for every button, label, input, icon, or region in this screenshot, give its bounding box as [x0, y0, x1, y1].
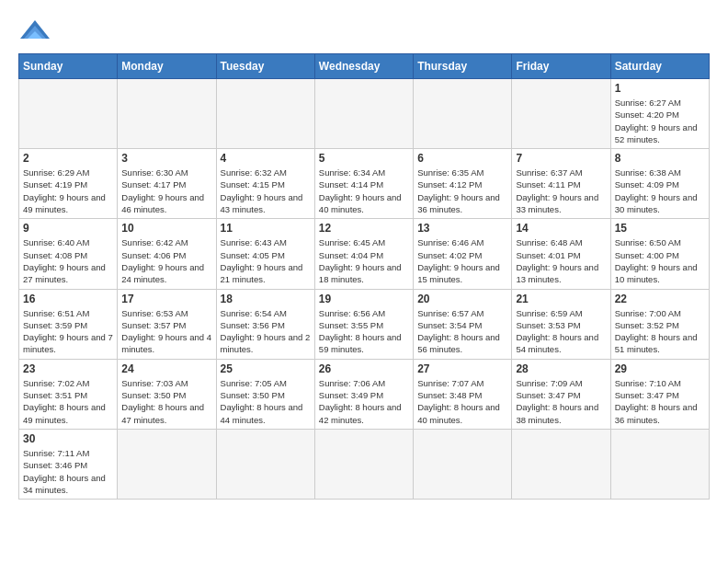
- calendar-cell: 5Sunrise: 6:34 AM Sunset: 4:14 PM Daylig…: [314, 149, 413, 219]
- day-info: Sunrise: 6:29 AM Sunset: 4:19 PM Dayligh…: [23, 167, 113, 215]
- calendar-cell: 20Sunrise: 6:57 AM Sunset: 3:54 PM Dayli…: [414, 289, 512, 359]
- calendar-cell: 18Sunrise: 6:54 AM Sunset: 3:56 PM Dayli…: [216, 289, 314, 359]
- calendar-cell: 7Sunrise: 6:37 AM Sunset: 4:11 PM Daylig…: [512, 149, 610, 219]
- column-header-friday: Friday: [512, 54, 610, 79]
- column-header-thursday: Thursday: [414, 54, 512, 79]
- day-info: Sunrise: 6:42 AM Sunset: 4:06 PM Dayligh…: [121, 236, 211, 285]
- day-number: 28: [516, 362, 606, 375]
- calendar-cell: [610, 429, 709, 499]
- week-row-4: 16Sunrise: 6:51 AM Sunset: 3:59 PM Dayli…: [19, 289, 710, 359]
- column-header-wednesday: Wednesday: [314, 54, 413, 79]
- day-number: 8: [615, 152, 705, 165]
- calendar-cell: [512, 79, 610, 149]
- calendar-cell: [118, 429, 216, 499]
- day-number: 17: [121, 293, 211, 305]
- calendar-cell: 14Sunrise: 6:48 AM Sunset: 4:01 PM Dayli…: [512, 219, 610, 289]
- calendar-cell: 30Sunrise: 7:11 AM Sunset: 3:46 PM Dayli…: [19, 429, 118, 499]
- calendar-cell: 27Sunrise: 7:07 AM Sunset: 3:48 PM Dayli…: [414, 359, 512, 429]
- calendar-cell: [216, 429, 314, 499]
- column-header-monday: Monday: [118, 54, 216, 79]
- day-number: 19: [319, 293, 409, 305]
- week-row-2: 2Sunrise: 6:29 AM Sunset: 4:19 PM Daylig…: [19, 149, 710, 219]
- day-number: 4: [221, 152, 311, 165]
- calendar-cell: 12Sunrise: 6:45 AM Sunset: 4:04 PM Dayli…: [314, 219, 413, 289]
- day-info: Sunrise: 6:54 AM Sunset: 3:56 PM Dayligh…: [221, 307, 311, 356]
- day-info: Sunrise: 6:27 AM Sunset: 4:20 PM Dayligh…: [615, 97, 705, 145]
- calendar-cell: 9Sunrise: 6:40 AM Sunset: 4:08 PM Daylig…: [19, 219, 118, 289]
- day-number: 18: [221, 293, 311, 305]
- calendar-cell: 3Sunrise: 6:30 AM Sunset: 4:17 PM Daylig…: [118, 149, 216, 219]
- day-info: Sunrise: 6:45 AM Sunset: 4:04 PM Dayligh…: [319, 236, 409, 285]
- column-header-tuesday: Tuesday: [216, 54, 314, 79]
- day-number: 10: [121, 222, 211, 235]
- day-info: Sunrise: 6:35 AM Sunset: 4:12 PM Dayligh…: [417, 167, 507, 215]
- day-number: 9: [23, 222, 113, 235]
- calendar-cell: 25Sunrise: 7:05 AM Sunset: 3:50 PM Dayli…: [216, 359, 314, 429]
- day-info: Sunrise: 6:56 AM Sunset: 3:55 PM Dayligh…: [319, 307, 409, 356]
- day-number: 14: [516, 222, 606, 235]
- day-number: 23: [23, 362, 113, 375]
- day-info: Sunrise: 6:30 AM Sunset: 4:17 PM Dayligh…: [121, 167, 211, 215]
- day-info: Sunrise: 6:50 AM Sunset: 4:00 PM Dayligh…: [615, 236, 705, 285]
- day-number: 13: [417, 222, 507, 235]
- day-info: Sunrise: 6:43 AM Sunset: 4:05 PM Dayligh…: [221, 236, 311, 285]
- logo: [18, 18, 55, 44]
- day-info: Sunrise: 7:07 AM Sunset: 3:48 PM Dayligh…: [417, 377, 507, 426]
- day-info: Sunrise: 7:11 AM Sunset: 3:46 PM Dayligh…: [23, 447, 113, 496]
- day-number: 21: [516, 293, 606, 305]
- calendar-cell: 19Sunrise: 6:56 AM Sunset: 3:55 PM Dayli…: [314, 289, 413, 359]
- calendar-cell: 17Sunrise: 6:53 AM Sunset: 3:57 PM Dayli…: [118, 289, 216, 359]
- day-info: Sunrise: 6:57 AM Sunset: 3:54 PM Dayligh…: [417, 307, 507, 356]
- day-info: Sunrise: 6:40 AM Sunset: 4:08 PM Dayligh…: [23, 236, 113, 285]
- calendar-cell: 15Sunrise: 6:50 AM Sunset: 4:00 PM Dayli…: [610, 219, 709, 289]
- day-info: Sunrise: 7:05 AM Sunset: 3:50 PM Dayligh…: [221, 377, 311, 426]
- calendar-cell: [414, 79, 512, 149]
- header-row: SundayMondayTuesdayWednesdayThursdayFrid…: [19, 54, 710, 79]
- calendar-cell: [512, 429, 610, 499]
- day-number: 1: [615, 82, 705, 95]
- day-info: Sunrise: 6:51 AM Sunset: 3:59 PM Dayligh…: [23, 307, 113, 356]
- column-header-saturday: Saturday: [610, 54, 709, 79]
- calendar-cell: 2Sunrise: 6:29 AM Sunset: 4:19 PM Daylig…: [19, 149, 118, 219]
- day-info: Sunrise: 7:06 AM Sunset: 3:49 PM Dayligh…: [319, 377, 409, 426]
- calendar-cell: 1Sunrise: 6:27 AM Sunset: 4:20 PM Daylig…: [610, 79, 709, 149]
- day-info: Sunrise: 7:10 AM Sunset: 3:47 PM Dayligh…: [615, 377, 705, 426]
- day-number: 25: [221, 362, 311, 375]
- calendar-cell: 8Sunrise: 6:38 AM Sunset: 4:09 PM Daylig…: [610, 149, 709, 219]
- day-number: 5: [319, 152, 409, 165]
- calendar-cell: 16Sunrise: 6:51 AM Sunset: 3:59 PM Dayli…: [19, 289, 118, 359]
- day-info: Sunrise: 7:02 AM Sunset: 3:51 PM Dayligh…: [23, 377, 113, 426]
- day-info: Sunrise: 6:59 AM Sunset: 3:53 PM Dayligh…: [516, 307, 606, 356]
- calendar: SundayMondayTuesdayWednesdayThursdayFrid…: [18, 53, 710, 500]
- day-info: Sunrise: 7:03 AM Sunset: 3:50 PM Dayligh…: [121, 377, 211, 426]
- calendar-cell: [314, 79, 413, 149]
- day-info: Sunrise: 6:32 AM Sunset: 4:15 PM Dayligh…: [221, 167, 311, 215]
- calendar-cell: [414, 429, 512, 499]
- week-row-3: 9Sunrise: 6:40 AM Sunset: 4:08 PM Daylig…: [19, 219, 710, 289]
- day-number: 6: [417, 152, 507, 165]
- calendar-cell: [19, 79, 118, 149]
- day-number: 11: [221, 222, 311, 235]
- calendar-cell: 6Sunrise: 6:35 AM Sunset: 4:12 PM Daylig…: [414, 149, 512, 219]
- calendar-cell: 10Sunrise: 6:42 AM Sunset: 4:06 PM Dayli…: [118, 219, 216, 289]
- day-number: 30: [23, 432, 113, 445]
- day-number: 24: [121, 362, 211, 375]
- calendar-cell: 23Sunrise: 7:02 AM Sunset: 3:51 PM Dayli…: [19, 359, 118, 429]
- day-number: 7: [516, 152, 606, 165]
- day-info: Sunrise: 6:37 AM Sunset: 4:11 PM Dayligh…: [516, 167, 606, 215]
- calendar-cell: [314, 429, 413, 499]
- day-number: 15: [615, 222, 705, 235]
- day-number: 26: [319, 362, 409, 375]
- calendar-cell: 4Sunrise: 6:32 AM Sunset: 4:15 PM Daylig…: [216, 149, 314, 219]
- day-number: 16: [23, 293, 113, 305]
- week-row-1: 1Sunrise: 6:27 AM Sunset: 4:20 PM Daylig…: [19, 79, 710, 149]
- day-number: 22: [615, 293, 705, 305]
- calendar-cell: 29Sunrise: 7:10 AM Sunset: 3:47 PM Dayli…: [610, 359, 709, 429]
- day-info: Sunrise: 7:00 AM Sunset: 3:52 PM Dayligh…: [615, 307, 705, 356]
- calendar-cell: 13Sunrise: 6:46 AM Sunset: 4:02 PM Dayli…: [414, 219, 512, 289]
- column-header-sunday: Sunday: [19, 54, 118, 79]
- calendar-cell: [216, 79, 314, 149]
- week-row-5: 23Sunrise: 7:02 AM Sunset: 3:51 PM Dayli…: [19, 359, 710, 429]
- calendar-cell: 21Sunrise: 6:59 AM Sunset: 3:53 PM Dayli…: [512, 289, 610, 359]
- day-number: 29: [615, 362, 705, 375]
